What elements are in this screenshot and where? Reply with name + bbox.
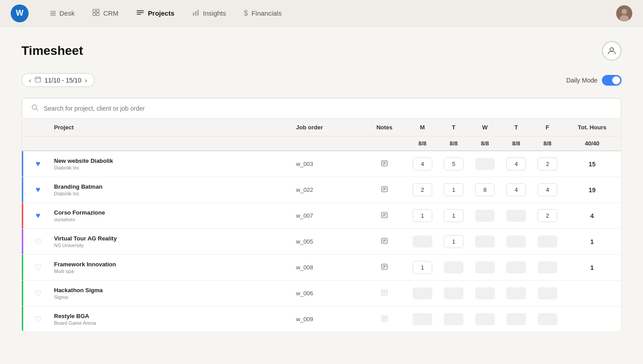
project-cell: Restyle BGA Board Game Arena xyxy=(49,306,291,332)
cell-f xyxy=(532,229,563,254)
hours-cell[interactable]: 4 xyxy=(413,157,432,170)
hours-cell-empty[interactable] xyxy=(475,261,495,273)
row-indicator xyxy=(22,306,23,332)
svg-rect-6 xyxy=(137,14,141,15)
cell-t2 xyxy=(501,229,532,254)
project-client: NS University xyxy=(54,243,287,248)
total-m: 8/8 xyxy=(407,136,438,150)
hours-cell[interactable]: 1 xyxy=(413,209,432,222)
notes-icon[interactable] xyxy=(381,161,388,168)
cell-w: 8 xyxy=(469,177,501,203)
hours-cell-empty[interactable] xyxy=(444,261,463,273)
table-rows: ♥ New website Diabolik Diabolik Inc w_00… xyxy=(22,151,621,332)
svg-rect-2 xyxy=(93,13,96,16)
nav-insights[interactable]: Insights xyxy=(185,5,234,21)
notes-icon[interactable] xyxy=(381,212,388,220)
fav-cell: ♡ xyxy=(22,256,49,279)
hours-cell[interactable]: 1 xyxy=(444,235,463,248)
row-indicator xyxy=(22,281,23,306)
svg-point-11 xyxy=(622,9,627,14)
fav-outline-icon[interactable]: ♡ xyxy=(31,289,45,298)
fav-filled-icon[interactable]: ♥ xyxy=(31,185,45,194)
table-row: ♡ Framework Innovation Multi spa w_008 1… xyxy=(22,255,621,281)
hours-cell-empty[interactable] xyxy=(475,158,495,170)
col-project: Project xyxy=(49,119,291,136)
notes-icon[interactable] xyxy=(381,316,388,323)
app-logo[interactable]: W xyxy=(11,4,29,22)
notes-cell xyxy=(362,179,407,200)
job-order-cell: w_022 xyxy=(291,180,362,199)
fav-outline-icon[interactable]: ♡ xyxy=(31,263,45,273)
svg-rect-4 xyxy=(137,10,144,11)
user-avatar[interactable] xyxy=(616,5,632,21)
notes-icon[interactable] xyxy=(381,186,388,194)
table-row: ♡ Virtual Tour AG Reality NS University … xyxy=(22,229,621,255)
projects-icon xyxy=(136,8,144,18)
next-date-arrow[interactable]: › xyxy=(85,77,87,84)
cell-t2 xyxy=(501,281,532,306)
fav-outline-icon[interactable]: ♡ xyxy=(31,314,45,324)
hours-cell-empty[interactable] xyxy=(413,287,432,299)
nav-desk[interactable]: ⊞ Desk xyxy=(43,5,82,21)
person-icon-button[interactable] xyxy=(602,41,622,61)
notes-cell xyxy=(362,153,407,174)
search-input[interactable] xyxy=(44,105,612,112)
hours-cell[interactable]: 2 xyxy=(538,209,557,222)
hours-cell-empty[interactable] xyxy=(538,313,557,325)
notes-icon[interactable] xyxy=(381,238,388,246)
hours-cell[interactable]: 2 xyxy=(413,183,432,196)
hours-cell[interactable]: 1 xyxy=(444,209,463,222)
prev-date-arrow[interactable]: ‹ xyxy=(29,77,31,84)
nav-crm[interactable]: CRM xyxy=(85,5,125,21)
hours-cell[interactable]: 1 xyxy=(444,183,463,196)
hours-cell-empty[interactable] xyxy=(506,287,526,299)
hours-cell[interactable]: 4 xyxy=(538,183,557,196)
cell-t2 xyxy=(501,203,532,228)
fav-cell: ♥ xyxy=(22,205,49,227)
cell-f xyxy=(532,281,563,306)
hours-cell[interactable]: 8 xyxy=(475,183,495,196)
hours-cell-empty[interactable] xyxy=(538,236,557,248)
hours-cell-empty[interactable] xyxy=(475,287,495,299)
hours-cell-empty[interactable] xyxy=(413,236,432,248)
hours-cell[interactable]: 1 xyxy=(413,261,432,274)
hours-cell-empty[interactable] xyxy=(506,313,526,325)
project-name: Hackathon Sigma xyxy=(54,287,287,294)
cell-m: 2 xyxy=(407,177,438,203)
hours-cell[interactable]: 4 xyxy=(506,157,526,170)
hours-cell-empty[interactable] xyxy=(475,313,495,325)
notes-icon[interactable] xyxy=(381,264,388,272)
hours-cell[interactable]: 2 xyxy=(538,157,557,170)
nav-financials[interactable]: $ Financials xyxy=(237,6,288,21)
fav-outline-icon[interactable]: ♡ xyxy=(31,237,45,247)
col-w: W xyxy=(469,119,501,136)
hours-cell-empty[interactable] xyxy=(413,313,432,325)
total-w: 8/8 xyxy=(469,136,501,150)
notes-icon[interactable] xyxy=(381,290,388,298)
col-total: Tot. Hours xyxy=(563,119,621,136)
svg-line-19 xyxy=(36,109,38,111)
hours-cell-empty[interactable] xyxy=(475,210,495,222)
hours-cell-empty[interactable] xyxy=(506,210,526,222)
daily-mode-toggle[interactable] xyxy=(602,75,622,86)
hours-cell[interactable]: 5 xyxy=(444,157,463,170)
date-range-picker[interactable]: ‹ 11/10 - 15/10 › xyxy=(21,73,95,87)
nav-projects[interactable]: Projects xyxy=(129,5,181,22)
hours-cell-empty[interactable] xyxy=(506,236,526,248)
hours-cell-empty[interactable] xyxy=(475,236,495,248)
hours-cell-empty[interactable] xyxy=(444,287,463,299)
col-t1: T xyxy=(438,119,469,136)
project-name: New website Diabolik xyxy=(54,157,287,164)
fav-filled-icon[interactable]: ♥ xyxy=(31,211,45,220)
hours-cell[interactable]: 4 xyxy=(506,183,526,196)
total-t2: 8/8 xyxy=(501,136,532,150)
search-bar xyxy=(22,98,621,119)
hours-cell-empty[interactable] xyxy=(444,313,463,325)
hours-cell-empty[interactable] xyxy=(538,287,557,299)
insights-icon xyxy=(192,9,200,18)
fav-filled-icon[interactable]: ♥ xyxy=(31,159,45,169)
date-range-bar: ‹ 11/10 - 15/10 › Daily Mode xyxy=(21,73,622,87)
hours-cell-empty[interactable] xyxy=(538,261,557,273)
job-order-cell: w_007 xyxy=(291,206,362,225)
hours-cell-empty[interactable] xyxy=(506,261,526,273)
